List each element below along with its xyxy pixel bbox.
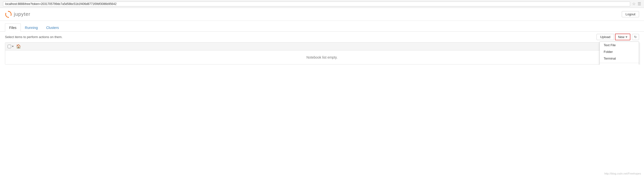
dropdown-section-notebooks: Notebooks <box>600 64 639 64</box>
browser-bar: ☆ ☰ <box>0 0 644 8</box>
dropdown-divider <box>600 63 639 63</box>
new-dropdown-menu: Text File Folder Terminal Notebooks Pyth… <box>600 42 639 64</box>
select-dropdown-button[interactable]: ▾ <box>12 45 14 48</box>
svg-point-0 <box>8 11 9 12</box>
tab-clusters[interactable]: Clusters <box>42 24 63 32</box>
jupyter-logo: jupyter <box>5 11 30 18</box>
jupyter-logo-text: jupyter <box>14 11 30 17</box>
file-list-container: ▾ 🏠 Notebook list empty. <box>5 42 639 64</box>
dropdown-item-text-file[interactable]: Text File <box>600 42 639 48</box>
logout-button[interactable]: Logout <box>622 11 639 17</box>
dropdown-item-terminal[interactable]: Terminal <box>600 55 639 62</box>
home-icon[interactable]: 🏠 <box>16 44 21 49</box>
select-all-checkbox[interactable] <box>8 45 11 48</box>
tab-running[interactable]: Running <box>21 24 42 32</box>
toolbar-row: Select items to perform actions on them.… <box>0 32 644 42</box>
notebook-empty-message: Notebook list empty. <box>5 50 639 64</box>
url-bar[interactable] <box>3 2 630 6</box>
jupyter-logo-icon <box>5 11 12 18</box>
file-list-header: ▾ 🏠 <box>5 42 639 50</box>
refresh-button[interactable]: ↻ <box>632 34 639 40</box>
svg-point-1 <box>8 17 9 18</box>
new-button[interactable]: New <box>615 34 630 40</box>
dropdown-item-folder[interactable]: Folder <box>600 48 639 55</box>
new-button-caret <box>626 36 628 38</box>
select-all-area: ▾ <box>8 45 14 48</box>
select-info: Select items to perform actions on them. <box>5 35 62 39</box>
tab-files[interactable]: Files <box>5 24 21 32</box>
bookmark-icon[interactable]: ☆ <box>632 2 636 6</box>
new-button-label: New <box>618 35 624 39</box>
tabs-bar: Files Running Clusters <box>0 21 644 32</box>
upload-button[interactable]: Upload <box>596 34 614 40</box>
jupyter-header: jupyter Logout <box>0 8 644 21</box>
browser-menu-icon[interactable]: ☰ <box>638 2 641 6</box>
toolbar-right: Upload New ↻ Text File Folder Terminal N… <box>596 34 639 40</box>
